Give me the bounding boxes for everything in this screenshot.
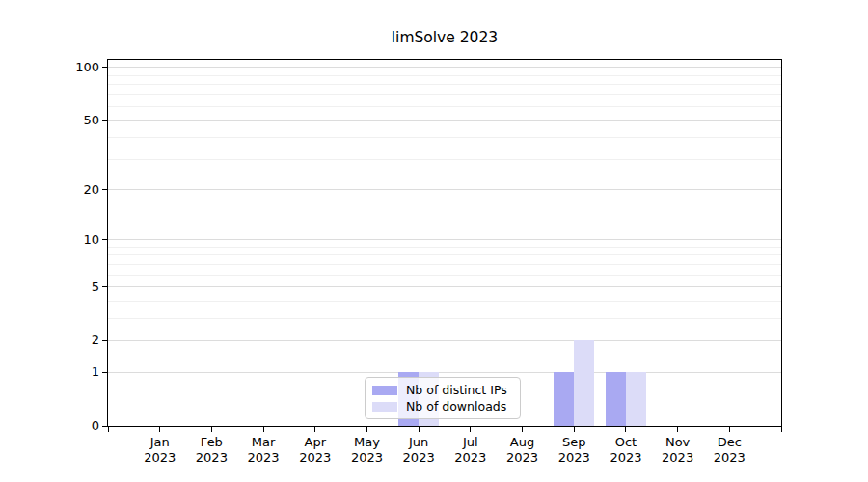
legend-item-downloads: Nb of downloads [372,398,513,415]
y-tick-mark [102,67,107,68]
legend: Nb of distinct IPs Nb of downloads [365,377,521,419]
x-tick-label-line: Nov [649,435,707,450]
minor-gridline [108,247,781,248]
downloads-swatch-icon [372,402,397,412]
x-tick-label-line: May [338,435,395,450]
x-tick-label: Sep2023 [545,435,603,466]
x-tick-label-line: Feb [182,435,240,450]
y-tick-label: 2 [51,333,99,348]
minor-gridline [108,159,781,160]
x-tick-label-line: 2023 [494,450,552,466]
bar-distinct-ips [554,372,574,426]
y-tick-mark [102,340,107,341]
x-tick-mark [574,427,575,432]
x-tick-mark [522,427,523,432]
x-tick-label: Nov2023 [649,435,707,466]
x-tick-label: Feb2023 [182,435,240,466]
x-tick-label-line: 2023 [597,450,655,466]
x-tick-label-line: Dec [700,435,758,450]
minor-gridline [108,84,781,85]
y-tick-label: 100 [51,60,99,75]
y-tick-mark [102,189,107,190]
x-tick-mark [781,427,782,432]
x-tick-label-line: Jul [442,435,500,450]
major-gridline [108,340,781,341]
y-tick-mark [102,372,107,373]
major-gridline [108,67,781,68]
y-tick-mark [102,239,107,240]
x-tick-label-line: Jun [390,435,448,450]
y-tick-label: 20 [51,182,99,198]
x-tick-label-line: 2023 [545,450,603,466]
x-tick-label-line: 2023 [442,450,500,466]
minor-gridline [108,137,781,138]
x-tick-label: Oct2023 [597,435,655,466]
x-tick-mark [108,427,109,432]
x-tick-label-line: 2023 [286,450,344,466]
x-tick-mark [366,427,367,432]
x-tick-label: May2023 [338,435,395,466]
y-tick-mark [102,286,107,287]
x-tick-label-line: Oct [597,435,655,450]
y-tick-label: 50 [51,113,99,128]
minor-gridline [108,254,781,255]
x-tick-mark [159,427,160,432]
minor-gridline [108,94,781,95]
x-tick-mark [314,427,315,432]
x-tick-mark [677,427,678,432]
x-tick-label-line: Jan [131,435,189,450]
major-gridline [108,239,781,240]
minor-gridline [108,106,781,107]
x-tick-label-line: Aug [494,435,552,450]
legend-item-distinct-ips: Nb of distinct IPs [372,382,513,398]
y-tick-label: 1 [51,364,99,380]
x-tick-label-line: Mar [234,435,292,450]
x-tick-label-line: 2023 [182,450,240,466]
x-tick-mark [470,427,471,432]
major-gridline [108,189,781,190]
minor-gridline [108,318,781,319]
y-tick-label: 0 [51,418,99,434]
x-tick-label-line: 2023 [338,450,395,466]
minor-gridline [108,301,781,302]
minor-gridline [108,275,781,276]
x-tick-label: Jul2023 [442,435,500,466]
major-gridline [108,286,781,287]
x-tick-label-line: 2023 [131,450,189,466]
x-tick-label-line: 2023 [390,450,448,466]
x-tick-label: Aug2023 [494,435,552,466]
x-tick-label-line: 2023 [649,450,707,466]
x-tick-label: Apr2023 [286,435,344,466]
y-tick-mark [102,426,107,427]
minor-gridline [108,264,781,265]
x-tick-label: Dec2023 [700,435,758,466]
distinct-ips-swatch-icon [372,386,397,395]
x-tick-mark [263,427,264,432]
y-tick-label: 5 [51,280,99,295]
bar-downloads [626,372,646,426]
x-tick-label-line: Apr [286,435,344,450]
legend-label-distinct-ips: Nb of distinct IPs [406,383,507,397]
x-tick-mark [211,427,212,432]
bar-downloads [574,340,594,426]
x-tick-label-line: Sep [545,435,603,450]
x-tick-label: Jan2023 [131,435,189,466]
x-tick-label: Mar2023 [234,435,292,466]
x-tick-label-line: 2023 [700,450,758,466]
major-gridline [108,120,781,121]
major-gridline [108,372,781,373]
x-tick-mark [625,427,626,432]
y-tick-label: 10 [51,232,99,248]
x-tick-label: Jun2023 [390,435,448,466]
chart-title: limSolve 2023 [107,29,782,46]
x-tick-label-line: 2023 [234,450,292,466]
legend-label-downloads: Nb of downloads [406,399,506,414]
x-tick-mark [419,427,420,432]
bar-distinct-ips [606,372,626,426]
y-tick-mark [102,120,107,121]
plot-area: Nb of distinct IPs Nb of downloads 01251… [107,59,782,427]
x-tick-mark [729,427,730,432]
minor-gridline [108,75,781,76]
figure: limSolve 2023 Nb of distinct IPs Nb of d… [0,0,868,482]
